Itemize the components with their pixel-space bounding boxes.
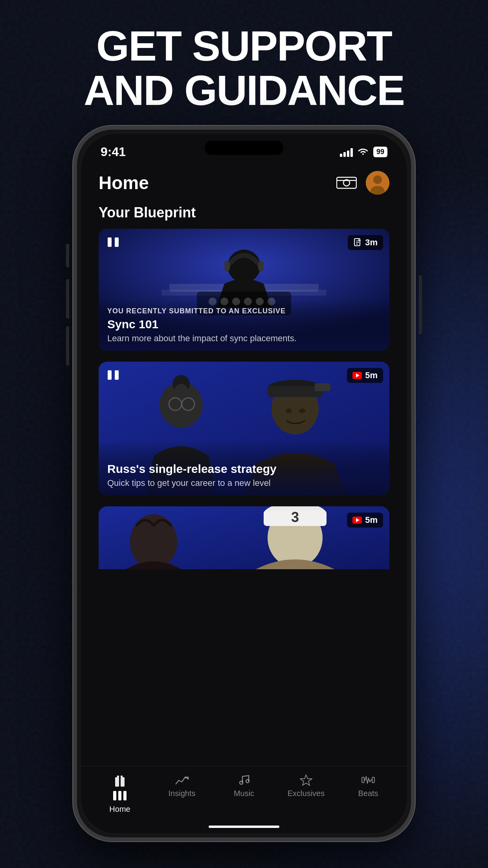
nav-exclusives-label: Exclusives <box>288 789 325 798</box>
section-title: Your Blueprint <box>81 200 407 229</box>
app-title: Home <box>99 172 149 193</box>
svg-point-29 <box>175 384 187 396</box>
card-1-label: YOU RECENTLY SUBMITTED TO AN EXCLUSIVE <box>107 307 381 315</box>
pause-icon-2 <box>107 370 119 381</box>
cards-container: 3m YOU RECENTLY SUBMITTED TO AN EXCLUSIV… <box>81 229 407 569</box>
svg-rect-57 <box>118 791 121 800</box>
card-2-duration-badge: 5m <box>347 368 383 383</box>
volume-down-button <box>66 326 69 366</box>
youtube-icon <box>352 372 362 379</box>
svg-text:3: 3 <box>291 509 299 525</box>
card-pause-button[interactable] <box>105 235 121 249</box>
card-3-duration-badge: 5m <box>347 513 383 528</box>
card-1-duration: 3m <box>365 237 378 248</box>
svg-point-4 <box>373 175 382 184</box>
hero-title: GET SUPPORT AND GUIDANCE <box>0 24 488 113</box>
card-1-title: Sync 101 <box>107 318 381 331</box>
svg-point-37 <box>286 408 292 413</box>
nav-home[interactable]: Home <box>100 774 139 814</box>
wallet-button[interactable] <box>335 175 358 191</box>
svg-point-59 <box>240 781 243 784</box>
card-3-partial[interactable]: 3 5m <box>99 506 389 569</box>
home-indicator-bar <box>209 826 279 828</box>
nav-music-label: Music <box>234 789 254 798</box>
svg-rect-35 <box>268 386 323 397</box>
wallet-icon <box>336 176 357 190</box>
svg-rect-52 <box>115 777 119 787</box>
svg-rect-41 <box>115 370 119 380</box>
nav-insights-label: Insights <box>169 789 196 798</box>
nav-music[interactable]: Music <box>224 774 264 798</box>
svg-rect-10 <box>224 261 230 271</box>
music-icon <box>237 774 251 786</box>
insights-icon <box>175 774 189 786</box>
phone-mockup: 9:41 99 <box>73 126 415 841</box>
user-avatar[interactable] <box>366 171 389 195</box>
volume-up-button <box>66 279 69 318</box>
card-2-title: Russ's single-release strategy <box>107 462 381 476</box>
svg-rect-20 <box>108 237 112 247</box>
status-icons: 99 <box>340 146 387 158</box>
nav-beats[interactable]: Beats <box>349 774 388 798</box>
svg-point-45 <box>130 514 177 569</box>
signal-icon <box>340 147 353 157</box>
svg-point-38 <box>299 408 305 413</box>
card-2-pause-button[interactable] <box>105 368 121 382</box>
home-nav-icon <box>114 774 126 787</box>
status-time: 9:41 <box>101 145 126 159</box>
dynamic-island <box>205 141 283 155</box>
card-2-content: Russ's single-release strategy Quick tip… <box>99 455 389 495</box>
app-header: Home <box>81 163 407 200</box>
phone-screen: 9:41 99 <box>81 134 407 833</box>
hero-section: GET SUPPORT AND GUIDANCE <box>0 24 488 113</box>
svg-rect-62 <box>372 777 374 783</box>
svg-rect-21 <box>115 237 119 247</box>
power-button <box>419 275 422 334</box>
svg-rect-53 <box>121 777 125 787</box>
svg-rect-61 <box>362 777 364 783</box>
document-icon <box>353 238 362 247</box>
home-icon <box>113 790 127 802</box>
card-1-content: YOU RECENTLY SUBMITTED TO AN EXCLUSIVE S… <box>99 300 389 351</box>
wifi-icon <box>358 146 369 158</box>
svg-rect-54 <box>117 776 119 777</box>
card-sync-101[interactable]: 3m YOU RECENTLY SUBMITTED TO AN EXCLUSIV… <box>99 229 389 351</box>
svg-rect-36 <box>315 383 330 391</box>
svg-rect-56 <box>113 791 116 800</box>
svg-rect-40 <box>108 370 112 380</box>
card-3-illustration: 3 <box>99 506 389 569</box>
svg-rect-0 <box>337 177 356 188</box>
mute-button <box>66 244 69 267</box>
card-1-desc: Learn more about the impact of sync plac… <box>107 333 381 344</box>
battery-indicator: 99 <box>373 147 387 157</box>
svg-rect-22 <box>354 239 360 246</box>
card-3-duration: 5m <box>365 515 378 525</box>
exclusives-icon <box>299 774 313 786</box>
card-russ-strategy[interactable]: 5m Russ's single-release strategy Quick … <box>99 362 389 495</box>
beats-icon <box>361 774 375 786</box>
youtube-icon-3 <box>352 517 362 524</box>
svg-rect-55 <box>121 776 123 777</box>
svg-rect-11 <box>258 261 264 271</box>
phone-frame: 9:41 99 <box>73 126 415 841</box>
nav-beats-label: Beats <box>358 789 378 798</box>
card-duration-badge: 3m <box>348 235 383 250</box>
card-2-duration: 5m <box>365 370 378 381</box>
svg-rect-58 <box>123 791 127 800</box>
nav-home-label: Home <box>109 805 130 814</box>
nav-insights[interactable]: Insights <box>162 774 202 798</box>
nav-exclusives[interactable]: Exclusives <box>286 774 326 798</box>
card-2-desc: Quick tips to get your career to a new l… <box>107 478 381 488</box>
header-actions <box>335 171 389 195</box>
svg-point-60 <box>246 780 249 783</box>
bottom-navigation: Home Insights Music <box>81 766 407 833</box>
pause-icon <box>107 237 119 248</box>
